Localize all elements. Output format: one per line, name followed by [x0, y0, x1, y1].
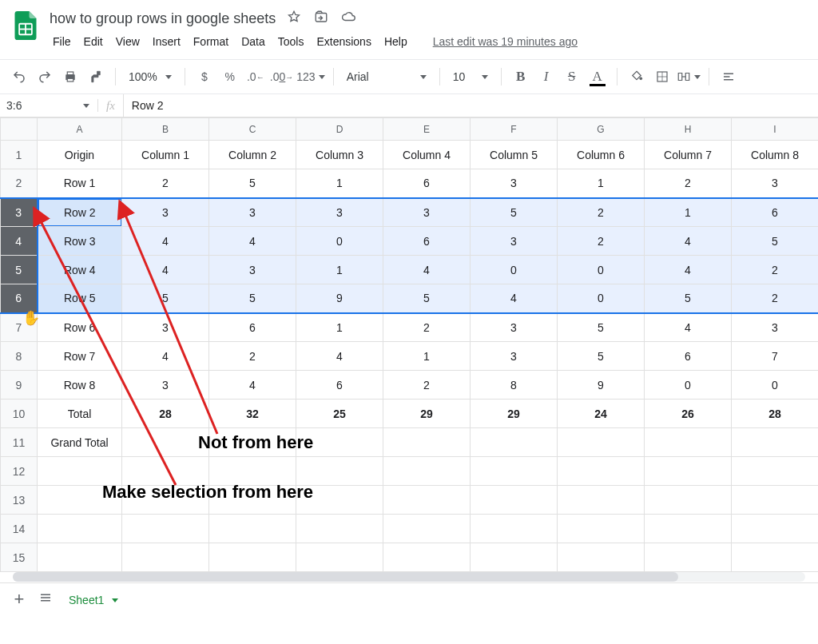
cell[interactable]: 0	[558, 284, 645, 313]
cell[interactable]: 3	[383, 198, 471, 227]
menu-insert[interactable]: Insert	[146, 32, 187, 51]
cell[interactable]	[645, 515, 732, 543]
cell[interactable]: 26	[645, 400, 732, 428]
cell[interactable]: 3	[471, 313, 558, 342]
cell[interactable]	[645, 428, 732, 457]
cell[interactable]: 4	[645, 313, 732, 342]
cell[interactable]: Column 1	[122, 141, 209, 169]
cell[interactable]: 5	[471, 198, 558, 227]
row-header-2[interactable]: 2	[1, 169, 38, 198]
cell[interactable]: 32	[209, 400, 296, 428]
cell[interactable]	[645, 486, 732, 515]
font-size-dropdown[interactable]: 10	[448, 66, 493, 87]
cell[interactable]: 3	[122, 371, 209, 400]
cell[interactable]: 6	[209, 313, 296, 342]
all-sheets-button[interactable]	[38, 590, 53, 608]
cell[interactable]: 5	[645, 284, 732, 313]
cell[interactable]	[558, 515, 645, 543]
cell[interactable]: Grand Total	[38, 428, 122, 457]
cell[interactable]: 4	[645, 227, 732, 256]
cell[interactable]: 0	[645, 371, 732, 400]
cell[interactable]: 1	[296, 169, 383, 198]
row-header-8[interactable]: 8	[1, 342, 38, 371]
row-header-9[interactable]: 9	[1, 371, 38, 400]
cell[interactable]: 1	[296, 256, 383, 284]
cell[interactable]: 24	[558, 400, 645, 428]
row-header-5[interactable]: 5	[1, 256, 38, 284]
cell[interactable]	[471, 486, 558, 515]
row-header-12[interactable]: 12	[1, 457, 38, 486]
cell[interactable]: Column 8	[732, 141, 819, 169]
cell[interactable]	[558, 543, 645, 572]
cloud-icon[interactable]	[341, 10, 355, 27]
cell[interactable]	[471, 428, 558, 457]
cell[interactable]: 4	[296, 342, 383, 371]
cell[interactable]: 3	[209, 198, 296, 227]
cell[interactable]: 5	[209, 284, 296, 313]
menu-data[interactable]: Data	[235, 32, 272, 51]
menu-extensions[interactable]: Extensions	[310, 32, 377, 51]
menu-tools[interactable]: Tools	[272, 32, 311, 51]
more-formats-button[interactable]: 123	[296, 66, 324, 88]
increase-decimals-button[interactable]: .00→	[270, 66, 293, 88]
cell[interactable]	[732, 428, 819, 457]
cell[interactable]: 1	[296, 313, 383, 342]
spreadsheet-grid[interactable]: ABCDEFGHI 1OriginColumn 1Column 2Column …	[0, 117, 818, 572]
cell[interactable]: 2	[558, 198, 645, 227]
row-header-10[interactable]: 10	[1, 400, 38, 428]
column-header-F[interactable]: F	[471, 118, 558, 141]
cell[interactable]: Row 4	[38, 256, 122, 284]
cell[interactable]: 2	[558, 227, 645, 256]
cell[interactable]: 2	[383, 313, 471, 342]
column-header-H[interactable]: H	[645, 118, 732, 141]
horizontal-scrollbar[interactable]	[13, 572, 805, 582]
document-title[interactable]: how to group rows in google sheets	[46, 9, 279, 29]
row-header-4[interactable]: 4	[1, 227, 38, 256]
cell[interactable]: 4	[122, 342, 209, 371]
row-header-3[interactable]: 3	[1, 198, 38, 227]
cell[interactable]: 2	[383, 371, 471, 400]
paint-format-button[interactable]	[85, 66, 107, 88]
print-button[interactable]	[59, 66, 81, 88]
cell[interactable]	[558, 428, 645, 457]
cell[interactable]	[645, 543, 732, 572]
cell[interactable]: 3	[296, 198, 383, 227]
cell[interactable]: 5	[732, 227, 819, 256]
currency-button[interactable]: $	[193, 66, 216, 88]
cell[interactable]: 7	[732, 342, 819, 371]
name-box[interactable]: 3:6	[0, 99, 98, 112]
cell[interactable]: 4	[209, 227, 296, 256]
last-edit-link[interactable]: Last edit was 19 minutes ago	[433, 35, 578, 48]
cell[interactable]: 2	[645, 169, 732, 198]
cell[interactable]	[383, 515, 471, 543]
cell[interactable]: Row 1	[38, 169, 122, 198]
cell[interactable]: 6	[383, 169, 471, 198]
cell[interactable]	[122, 515, 209, 543]
cell[interactable]: 5	[209, 169, 296, 198]
cell[interactable]: Row 2	[38, 198, 122, 227]
cell[interactable]	[558, 486, 645, 515]
menu-edit[interactable]: Edit	[77, 32, 109, 51]
cell[interactable]: 8	[471, 371, 558, 400]
font-family-dropdown[interactable]: Arial	[342, 66, 431, 87]
cell[interactable]: 3	[471, 227, 558, 256]
cell[interactable]: Row 7	[38, 342, 122, 371]
cell[interactable]: 4	[645, 256, 732, 284]
cell[interactable]	[38, 543, 122, 572]
cell[interactable]: 28	[122, 400, 209, 428]
menu-view[interactable]: View	[109, 32, 146, 51]
cell[interactable]: 25	[296, 400, 383, 428]
cell[interactable]: 9	[296, 284, 383, 313]
cell[interactable]: 3	[209, 256, 296, 284]
undo-button[interactable]	[8, 66, 30, 88]
cell[interactable]: 3	[732, 313, 819, 342]
merge-cells-button[interactable]	[677, 66, 701, 88]
cell[interactable]: 4	[122, 227, 209, 256]
cell[interactable]: 2	[732, 256, 819, 284]
select-all-corner[interactable]	[1, 118, 38, 141]
cell[interactable]: 4	[471, 284, 558, 313]
cell[interactable]: Column 3	[296, 141, 383, 169]
cell[interactable]	[471, 515, 558, 543]
cell[interactable]: 28	[732, 400, 819, 428]
cell[interactable]	[209, 543, 296, 572]
